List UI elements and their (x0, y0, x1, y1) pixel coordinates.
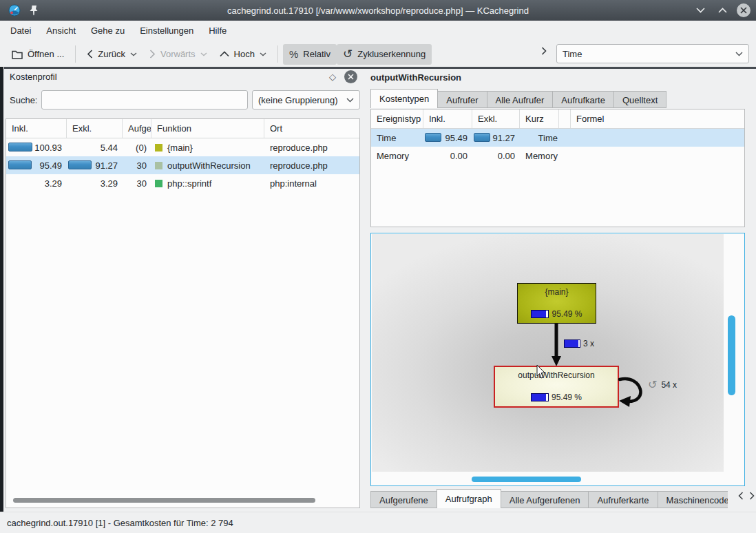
tab-aufgerufene[interactable]: Aufgerufene (370, 491, 437, 508)
event-row-time[interactable]: Time 95.49 91.27 Time (371, 129, 744, 147)
minimize-button[interactable] (693, 3, 708, 18)
toolbar-separator (75, 45, 76, 63)
cost-bar (474, 133, 490, 142)
function-table-header: Inkl. Exkl. Aufge Funktion Ort (6, 119, 359, 138)
function-row-sprintf[interactable]: 3.29 3.29 30 php::sprintf php:internal (6, 174, 359, 192)
function-type-icon (155, 162, 162, 169)
chevron-down-icon (346, 98, 354, 103)
open-button[interactable]: Öffnen ... (6, 44, 70, 65)
column-header-inkl[interactable]: Inkl. (6, 119, 67, 138)
function-row-main[interactable]: 100.93 5.44 (0) {main} reproduce.php (6, 138, 359, 156)
search-input[interactable] (41, 90, 248, 109)
chevron-down-icon[interactable] (130, 52, 137, 56)
function-detail-panel: outputWithRecursion Kostentypen Aufrufer… (368, 69, 756, 510)
chevron-up-icon (220, 51, 229, 57)
chevron-down-icon (735, 52, 743, 56)
chevron-down-icon[interactable] (260, 52, 266, 56)
event-row-memory[interactable]: Memory 0.00 0.00 Memory (371, 147, 744, 165)
selected-function-title: outputWithRecursion (370, 72, 461, 83)
horizontal-scrollbar-thumb[interactable] (472, 477, 581, 482)
cost-bar (531, 393, 549, 401)
function-row-outputwithrecursion[interactable]: 95.49 91.27 30 outputWithRecursion repro… (6, 156, 359, 174)
search-label: Suche: (10, 95, 37, 105)
statusbar: cachegrind.out.17910 [1] - Gesamtkosten … (0, 512, 756, 533)
tab-aufrufer[interactable]: Aufrufer (437, 91, 487, 108)
menu-gehe-zu[interactable]: Gehe zu (83, 21, 132, 41)
column-header-kurz[interactable]: Kurz (520, 109, 559, 128)
menu-hilfe[interactable]: Hilfe (201, 21, 234, 41)
dock-title: Kostenprofil (10, 72, 57, 82)
column-header-ereignistyp[interactable]: Ereignistyp (371, 109, 423, 128)
column-header-aufge[interactable]: Aufge (123, 119, 151, 138)
pin-icon[interactable] (29, 5, 39, 16)
event-type-table: Ereignistyp Inkl. Exkl. Kurz Formel Time… (370, 109, 745, 227)
tab-scroll-right-icon[interactable] (749, 492, 755, 500)
percent-icon: % (289, 48, 298, 60)
tab-alle-aufgerufenen[interactable]: Alle Aufgerufenen (501, 491, 589, 508)
recursion-icon: ↺ (648, 379, 657, 390)
titlebar: cachegrind.out.17910 [/var/www/xworkshop… (0, 0, 756, 21)
chevron-down-icon[interactable] (200, 52, 207, 56)
recursion-loop-arrow (618, 374, 651, 408)
up-button[interactable]: Hoch (213, 44, 273, 65)
tab-aufrufgraph[interactable]: Aufrufgraph (437, 489, 501, 508)
column-header-inkl[interactable]: Inkl. (423, 109, 472, 128)
dock-close-icon[interactable] (344, 70, 357, 83)
column-header-exkl[interactable]: Exkl. (472, 109, 520, 128)
recursion-count-label: ↺ 54 x (648, 379, 677, 390)
close-button[interactable] (737, 3, 750, 17)
column-header-ort[interactable]: Ort (264, 119, 359, 138)
toolbar-extension-icon[interactable] (541, 47, 547, 55)
tab-scroll-left-icon[interactable] (738, 492, 744, 500)
tab-quelltext[interactable]: Quelltext (613, 91, 666, 108)
horizontal-scrollbar-thumb[interactable] (13, 498, 315, 503)
menubar: Datei Ansicht Gehe zu Einstellungen Hilf… (0, 21, 756, 41)
folder-icon (12, 50, 23, 59)
function-table: Inkl. Exkl. Aufge Funktion Ort 100.93 5.… (6, 118, 360, 508)
back-button[interactable]: Zurück (81, 44, 143, 65)
cost-bar (564, 339, 580, 348)
menu-einstellungen[interactable]: Einstellungen (132, 21, 201, 41)
cost-bar (8, 160, 32, 169)
function-type-icon (155, 144, 162, 151)
detail-tabbar: Kostentypen Aufrufer Alle Aufrufer Aufru… (370, 89, 666, 108)
grouping-select[interactable]: (keine Gruppierung) (252, 90, 360, 109)
menu-ansicht[interactable]: Ansicht (39, 21, 83, 41)
call-count-label: 3 x (564, 339, 594, 348)
column-header-formel[interactable]: Formel (571, 109, 744, 128)
app-icon[interactable] (8, 4, 21, 17)
screen-left-edge (0, 67, 3, 512)
cycle-arrow-icon: ↺ (343, 49, 353, 60)
event-table-header: Ereignistyp Inkl. Exkl. Kurz Formel (371, 109, 744, 129)
function-type-icon (155, 180, 162, 187)
vertical-scrollbar-thumb[interactable] (728, 315, 735, 395)
tab-maschinencode[interactable]: Maschinencode (658, 491, 728, 508)
cost-profile-dock: Kostenprofil ◇ Suche: (keine Gruppierung… (4, 69, 361, 510)
call-arrow (550, 324, 563, 368)
window-title: cachegrind.out.17910 [/var/www/xworkshop… (0, 6, 756, 16)
forward-button[interactable]: Vorwärts (143, 44, 213, 65)
tab-alle-aufrufer[interactable]: Alle Aufrufer (487, 91, 554, 108)
chevron-right-icon (149, 50, 156, 59)
mouse-cursor (536, 365, 546, 379)
call-graph-panel: {main} 95.49 % 3 x outputWithRecursion 9… (370, 233, 745, 486)
cost-bar (425, 133, 441, 142)
dock-float-icon[interactable]: ◇ (329, 72, 336, 82)
tab-aufruferkarte[interactable]: Aufruferkarte (588, 491, 658, 508)
event-type-select[interactable]: Time (556, 44, 749, 63)
column-header-funktion[interactable]: Funktion (151, 119, 264, 138)
tab-kostentypen[interactable]: Kostentypen (370, 89, 438, 108)
menu-datei[interactable]: Datei (3, 21, 39, 41)
call-graph-canvas[interactable]: {main} 95.49 % 3 x outputWithRecursion 9… (372, 234, 724, 472)
cycle-detection-toggle[interactable]: ↺ Zykluserkennung (337, 44, 432, 65)
cost-bar (8, 143, 32, 151)
graph-node-main[interactable]: {main} 95.49 % (517, 283, 596, 324)
toolbar: Öffnen ... Zurück Vorwärts Hoch (0, 41, 756, 67)
graph-node-outputwithrecursion[interactable]: outputWithRecursion 95.49 % (494, 366, 619, 408)
tab-aufrufkarte[interactable]: Aufrufkarte (552, 91, 614, 108)
relative-toggle[interactable]: % Relativ (283, 44, 337, 65)
chevron-left-icon (87, 50, 93, 59)
status-text: cachegrind.out.17910 [1] - Gesamtkosten … (7, 518, 233, 528)
column-header-exkl[interactable]: Exkl. (67, 119, 123, 138)
maximize-button[interactable] (715, 3, 730, 18)
